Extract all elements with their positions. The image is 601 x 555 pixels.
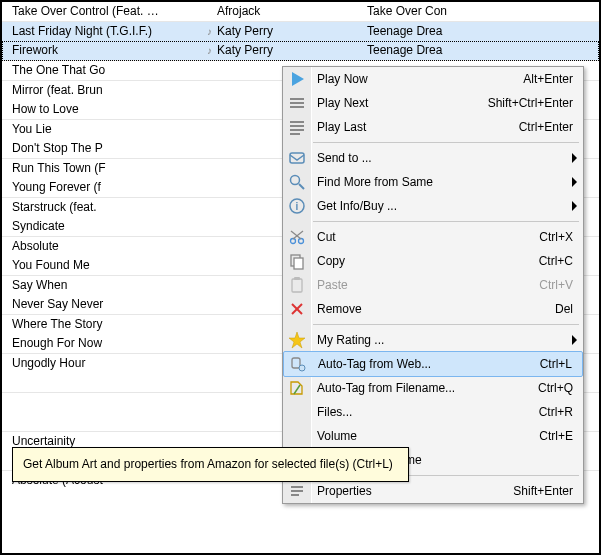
menu-autotag-web[interactable]: Auto-Tag from Web... Ctrl+L bbox=[283, 351, 583, 377]
menu-volume[interactable]: Volume Ctrl+E bbox=[283, 424, 583, 448]
track-title: Starstruck (feat. bbox=[2, 198, 202, 217]
media-library-window: Take Over Control (Feat. …AfrojackTake O… bbox=[0, 0, 601, 555]
submenu-arrow-icon bbox=[572, 335, 577, 345]
track-artist: Katy Perry bbox=[217, 22, 347, 41]
tag-file-icon bbox=[288, 379, 306, 397]
menu-play-next[interactable]: Play Next Shift+Ctrl+Enter bbox=[283, 91, 583, 115]
svg-line-15 bbox=[291, 231, 301, 239]
menu-autotag-filename[interactable]: Auto-Tag from Filename... Ctrl+Q bbox=[283, 376, 583, 400]
menu-item-shortcut: Del bbox=[555, 297, 573, 321]
track-artist: Katy Perry bbox=[217, 41, 347, 60]
menu-item-shortcut: Alt+Enter bbox=[523, 67, 573, 91]
menu-properties[interactable]: Properties Shift+Enter bbox=[283, 479, 583, 503]
menu-item-shortcut: Ctrl+R bbox=[539, 400, 573, 424]
tooltip-text: Get Album Art and properties from Amazon… bbox=[23, 457, 393, 471]
menu-separator bbox=[283, 218, 583, 225]
svg-rect-7 bbox=[290, 133, 300, 135]
svg-rect-31 bbox=[291, 494, 299, 496]
menu-find-more[interactable]: Find More from Same bbox=[283, 170, 583, 194]
track-title bbox=[2, 412, 202, 431]
menu-item-label: Copy bbox=[317, 254, 345, 268]
playing-icon bbox=[202, 2, 217, 21]
menu-copy[interactable]: Copy Ctrl+C bbox=[283, 249, 583, 273]
svg-point-25 bbox=[299, 365, 305, 371]
playing-icon bbox=[202, 139, 217, 158]
track-title: Where The Story bbox=[2, 315, 202, 334]
menu-item-shortcut: Ctrl+L bbox=[540, 352, 572, 376]
menu-item-label: Find More from Same bbox=[317, 175, 433, 189]
playing-icon bbox=[202, 159, 217, 178]
svg-rect-1 bbox=[290, 98, 304, 100]
track-title: Last Friday Night (T.G.I.F.) bbox=[2, 22, 202, 41]
volume-icon bbox=[288, 427, 306, 445]
track-title: Take Over Control (Feat. … bbox=[2, 2, 202, 21]
svg-rect-6 bbox=[290, 129, 304, 131]
menu-files[interactable]: Files... Ctrl+R bbox=[283, 400, 583, 424]
context-menu: Play Now Alt+Enter Play Next Shift+Ctrl+… bbox=[282, 66, 584, 504]
menu-separator bbox=[283, 139, 583, 146]
info-icon: i bbox=[288, 197, 306, 215]
track-title: Never Say Never bbox=[2, 295, 202, 314]
tag-web-icon bbox=[289, 355, 307, 373]
track-title: Syndicate bbox=[2, 217, 202, 236]
svg-marker-23 bbox=[289, 332, 305, 348]
menu-item-shortcut: Ctrl+Enter bbox=[519, 115, 573, 139]
track-row[interactable]: Take Over Control (Feat. …AfrojackTake O… bbox=[2, 2, 599, 22]
svg-rect-5 bbox=[290, 125, 304, 127]
menu-item-label: Auto-Tag from Web... bbox=[318, 357, 431, 371]
track-title: The One That Go bbox=[2, 61, 202, 80]
playing-icon bbox=[202, 412, 217, 431]
track-artist: Afrojack bbox=[217, 2, 347, 21]
menu-item-shortcut: Shift+Enter bbox=[513, 479, 573, 503]
play-last-icon bbox=[288, 118, 306, 136]
tooltip: Get Album Art and properties from Amazon… bbox=[12, 447, 409, 482]
playing-icon bbox=[202, 276, 217, 295]
playing-icon bbox=[202, 61, 217, 80]
menu-item-label: Get Info/Buy ... bbox=[317, 199, 397, 213]
svg-line-10 bbox=[299, 184, 304, 189]
playing-icon bbox=[202, 198, 217, 217]
menu-play-now[interactable]: Play Now Alt+Enter bbox=[283, 67, 583, 91]
menu-item-label: My Rating ... bbox=[317, 333, 384, 347]
menu-item-shortcut: Ctrl+E bbox=[539, 424, 573, 448]
svg-rect-2 bbox=[290, 102, 304, 104]
track-row[interactable]: Firework♪Katy PerryTeenage Drea bbox=[2, 41, 599, 61]
playing-icon: ♪ bbox=[202, 41, 217, 60]
track-album: Teenage Drea bbox=[367, 22, 567, 41]
svg-rect-4 bbox=[290, 121, 304, 123]
track-title bbox=[2, 393, 202, 412]
playing-icon bbox=[202, 178, 217, 197]
menu-item-shortcut: Ctrl+X bbox=[539, 225, 573, 249]
paste-icon bbox=[288, 276, 306, 294]
playing-icon bbox=[202, 81, 217, 100]
submenu-arrow-icon bbox=[572, 177, 577, 187]
menu-remove[interactable]: Remove Del bbox=[283, 297, 583, 321]
track-title: Enough For Now bbox=[2, 334, 202, 353]
svg-rect-18 bbox=[294, 258, 303, 269]
svg-line-16 bbox=[293, 231, 303, 239]
menu-item-label: Play Now bbox=[317, 72, 368, 86]
menu-item-label: Play Last bbox=[317, 120, 366, 134]
menu-send-to[interactable]: Send to ... bbox=[283, 146, 583, 170]
track-row[interactable]: Last Friday Night (T.G.I.F.)♪Katy PerryT… bbox=[2, 22, 599, 41]
menu-play-last[interactable]: Play Last Ctrl+Enter bbox=[283, 115, 583, 139]
menu-item-label: Remove bbox=[317, 302, 362, 316]
menu-item-label: Auto-Tag from Filename... bbox=[317, 381, 455, 395]
menu-item-shortcut: Shift+Ctrl+Enter bbox=[488, 91, 573, 115]
track-title: Say When bbox=[2, 276, 202, 295]
menu-item-label: Cut bbox=[317, 230, 336, 244]
menu-item-label: Properties bbox=[317, 484, 372, 498]
svg-point-13 bbox=[291, 239, 296, 244]
track-title: How to Love bbox=[2, 100, 202, 119]
menu-my-rating[interactable]: My Rating ... bbox=[283, 328, 583, 352]
menu-item-label: Send to ... bbox=[317, 151, 372, 165]
svg-rect-19 bbox=[292, 279, 302, 292]
track-title: Mirror (feat. Brun bbox=[2, 81, 202, 100]
playing-icon bbox=[202, 334, 217, 353]
svg-rect-3 bbox=[290, 106, 304, 108]
track-title: Absolute bbox=[2, 237, 202, 256]
menu-cut[interactable]: Cut Ctrl+X bbox=[283, 225, 583, 249]
menu-item-shortcut: Ctrl+C bbox=[539, 249, 573, 273]
svg-point-14 bbox=[299, 239, 304, 244]
menu-get-info[interactable]: i Get Info/Buy ... bbox=[283, 194, 583, 218]
